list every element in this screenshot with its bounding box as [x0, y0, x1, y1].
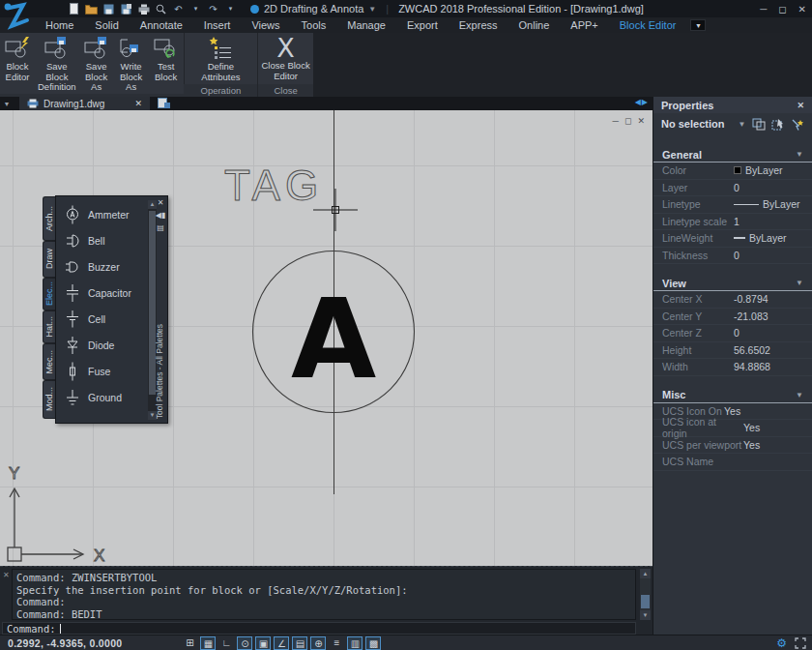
- ortho-toggle-icon[interactable]: ∟: [218, 636, 234, 650]
- palette-tab-draw[interactable]: Draw: [43, 241, 55, 278]
- collapse-icon[interactable]: ▼: [796, 150, 803, 159]
- palette-item-ammeter[interactable]: Ammeter: [58, 201, 147, 227]
- tab-home[interactable]: Home: [35, 17, 84, 33]
- palette-item-cell[interactable]: Cell: [58, 306, 147, 332]
- palette-close-icon[interactable]: ✕: [155, 196, 166, 209]
- tab-tools[interactable]: Tools: [291, 17, 337, 33]
- mdi-restore-icon[interactable]: ◻: [624, 116, 631, 126]
- ducs-toggle-icon[interactable]: ▤: [292, 636, 307, 650]
- redo-icon[interactable]: ↷: [207, 3, 219, 15]
- save-block-definition-button[interactable]: Save Block Definition: [35, 35, 79, 94]
- property-row-height[interactable]: Height 56.6502: [653, 342, 812, 360]
- scroll-down-icon[interactable]: ▼: [640, 610, 651, 620]
- select-objects-icon[interactable]: [771, 118, 785, 131]
- property-row-thickness[interactable]: Thickness 0: [653, 248, 812, 265]
- palette-item-diode[interactable]: Diode: [58, 332, 147, 358]
- chevron-down-icon[interactable]: ▼: [738, 120, 745, 129]
- test-block-button[interactable]: Test Block: [149, 35, 184, 83]
- palette-item-bell[interactable]: Bell: [58, 227, 147, 253]
- pickadd-toggle-icon[interactable]: [791, 118, 804, 131]
- otrack-toggle-icon[interactable]: ∠: [274, 636, 289, 650]
- tab-manage[interactable]: Manage: [336, 17, 396, 33]
- tab-export[interactable]: Export: [396, 17, 449, 33]
- document-tab-drawing1[interactable]: Drawing1.dwg ✕: [19, 97, 150, 110]
- collapse-icon[interactable]: ▼: [796, 279, 803, 287]
- tab-block-editor[interactable]: Block Editor: [609, 17, 687, 33]
- undo-dropdown-icon[interactable]: ▾: [189, 3, 202, 15]
- doc-list-dropdown-icon[interactable]: ▼: [0, 101, 14, 107]
- lineweight-toggle-icon[interactable]: ≡: [329, 636, 344, 650]
- scrollbar-thumb[interactable]: [641, 595, 650, 608]
- property-row-center-z[interactable]: Center Z 0: [653, 325, 812, 342]
- close-button[interactable]: ✕: [798, 4, 806, 15]
- fullscreen-icon[interactable]: [795, 637, 806, 649]
- new-file-icon[interactable]: [68, 3, 80, 15]
- palette-tab-elec[interactable]: Elec...: [43, 278, 55, 310]
- grid-toggle-icon[interactable]: ⊞: [182, 636, 197, 650]
- dynamic-input-toggle-icon[interactable]: ⊕: [310, 636, 326, 650]
- palette-tab-mod[interactable]: Mod...: [43, 380, 55, 419]
- property-row-center-x[interactable]: Center X -0.8794: [653, 291, 812, 309]
- tab-express[interactable]: Express: [449, 17, 508, 33]
- workspace-switcher[interactable]: 2D Drafting & Annota ▼: [250, 3, 376, 15]
- collapse-icon[interactable]: ▼: [796, 391, 803, 399]
- palette-properties-icon[interactable]: ▤: [155, 222, 166, 234]
- command-history[interactable]: Command: ZWINSERTBYTOOL Specify the inse…: [12, 569, 636, 620]
- properties-close-icon[interactable]: ✕: [797, 101, 804, 110]
- property-row-ucs-per-viewport[interactable]: UCS per viewport Yes: [653, 437, 812, 455]
- polar-toggle-icon[interactable]: ⊙: [237, 636, 252, 650]
- tab-scroll-icons[interactable]: ◀▶: [635, 98, 649, 106]
- scroll-up-icon[interactable]: ▲: [640, 569, 651, 578]
- property-row-color[interactable]: Color ByLayer: [653, 162, 812, 180]
- save-icon[interactable]: [102, 3, 115, 15]
- property-row-layer[interactable]: Layer 0: [653, 180, 812, 197]
- property-row-center-y[interactable]: Center Y -21.083: [653, 309, 812, 326]
- write-block-as-button[interactable]: Write Block As: [114, 35, 149, 94]
- command-close-icon[interactable]: ✕: [3, 571, 10, 579]
- ribbon-options-dropdown[interactable]: ▼: [690, 19, 706, 31]
- undo-icon[interactable]: ↶: [172, 3, 185, 15]
- close-block-editor-button[interactable]: X Close Block Editor: [258, 35, 312, 82]
- palette-item-fuse[interactable]: Fuse: [58, 358, 147, 384]
- tab-views[interactable]: Views: [241, 17, 290, 33]
- define-attributes-button[interactable]: Define Attributes: [198, 35, 243, 83]
- tab-online[interactable]: Online: [508, 17, 561, 33]
- property-row-ucs-name[interactable]: UCS Name: [653, 454, 812, 471]
- selection-dropdown[interactable]: No selection: [661, 118, 724, 130]
- plot-icon[interactable]: [137, 3, 150, 15]
- palette-tab-hat[interactable]: Hat...: [43, 310, 55, 343]
- palette-tab-mec[interactable]: Mec...: [43, 343, 55, 380]
- document-tab-close-icon[interactable]: ✕: [134, 99, 142, 108]
- tab-solid[interactable]: Solid: [84, 17, 129, 33]
- command-input[interactable]: Command:: [2, 622, 636, 635]
- snap-toggle-icon[interactable]: ▦: [200, 636, 216, 650]
- tab-app-plus[interactable]: APP+: [560, 17, 608, 33]
- palette-item-buzzer[interactable]: Buzzer: [58, 253, 147, 280]
- tab-annotate[interactable]: Annotate: [130, 17, 193, 33]
- preview-icon[interactable]: [155, 3, 167, 15]
- save-block-as-button[interactable]: Save Block As: [79, 35, 114, 94]
- palette-item-ground[interactable]: Ground: [58, 384, 147, 410]
- model-space-toggle-icon[interactable]: ▥: [347, 636, 362, 650]
- property-row-lineweight[interactable]: LineWeight ByLayer: [653, 230, 812, 248]
- property-row-width[interactable]: Width 94.8868: [653, 359, 812, 376]
- open-folder-icon[interactable]: [85, 3, 98, 15]
- mdi-minimize-icon[interactable]: ─: [613, 116, 619, 126]
- osnap-toggle-icon[interactable]: ▣: [255, 636, 271, 650]
- palette-tab-arch[interactable]: Arch...: [43, 196, 55, 241]
- redo-dropdown-icon[interactable]: ▾: [224, 3, 237, 15]
- new-drawing-tab-icon[interactable]: [158, 98, 170, 110]
- property-row-linetype-scale[interactable]: Linetype scale 1: [653, 214, 812, 231]
- minimize-button[interactable]: ─: [760, 4, 767, 15]
- tab-insert[interactable]: Insert: [193, 17, 242, 33]
- property-row-ucs-icon-at-origin[interactable]: UCS icon at origin Yes: [653, 420, 812, 437]
- annotation-toggle-icon[interactable]: ▩: [365, 636, 381, 650]
- mdi-close-icon[interactable]: ✕: [637, 116, 645, 126]
- palette-item-capacitor[interactable]: Capacitor: [58, 280, 147, 306]
- restore-button[interactable]: ◻: [778, 4, 786, 15]
- palette-autohide-icon[interactable]: ◀▮: [155, 209, 166, 222]
- settings-gear-icon[interactable]: ⚙: [776, 636, 787, 650]
- save-as-icon[interactable]: [120, 3, 132, 15]
- quick-select-icon[interactable]: [752, 118, 766, 131]
- block-editor-button[interactable]: Block Editor: [0, 35, 35, 83]
